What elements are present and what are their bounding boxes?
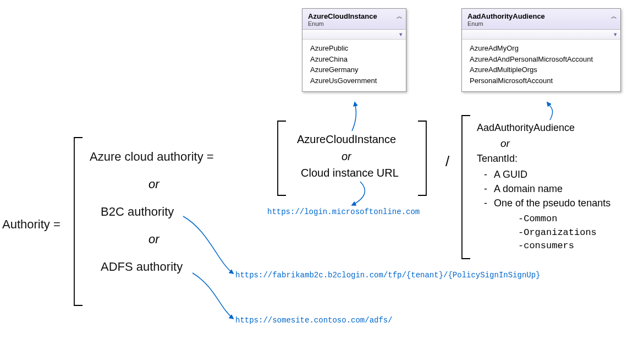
b2c-authority: B2C authority — [101, 205, 174, 219]
arrow-b2c — [183, 216, 233, 274]
chevron-up-icon: ︽ — [611, 12, 617, 20]
enum-filter-bar: ▾ — [462, 30, 620, 40]
list-item: -Common — [518, 212, 597, 226]
list-item: -consumers — [518, 239, 597, 253]
enum-aadauthorityaudience: AadAuthorityAudience Enum ︽ ▾ AzureAdMyO… — [461, 8, 621, 92]
list-text: Common — [524, 214, 557, 224]
enum-item: AzureAdMyOrg — [470, 43, 615, 54]
bracket-left-right — [462, 116, 470, 259]
pseudo-tenant-list: -Common -Organizations -consumers — [518, 212, 597, 253]
filter-icon: ▾ — [399, 31, 403, 38]
azure-cloud-authority-equals: Azure cloud authority = — [90, 150, 214, 164]
list-text: A domain name — [494, 183, 563, 194]
list-text: A GUID — [494, 169, 527, 180]
bracket-left-middle — [278, 121, 286, 195]
enum-item: AzurePublic — [310, 43, 400, 54]
arrow-aadauthorityaudience — [547, 102, 553, 120]
enum-item: AzureAdMultipleOrgs — [470, 64, 615, 75]
list-text: Organizations — [524, 227, 597, 238]
arrow-azurecloudinstance — [352, 102, 356, 131]
enum-header: AzureCloudInstance Enum ︽ — [302, 9, 406, 30]
filter-icon: ▾ — [614, 31, 617, 38]
list-text: One of the pseudo tenants — [494, 198, 610, 209]
list-item: -A domain name — [484, 182, 610, 196]
arrow-cloud-url — [352, 182, 365, 205]
bracket-right-middle — [418, 121, 426, 195]
tenant-list: -A GUID -A domain name -One of the pseud… — [484, 167, 610, 210]
azurecloudinstance-label: AzureCloudInstance — [297, 133, 396, 146]
enum-item: AzureAdAndPersonalMicrosoftAccount — [470, 54, 615, 65]
chevron-up-icon: ︽ — [397, 12, 403, 20]
enum-header: AadAuthorityAudience Enum ︽ — [462, 9, 620, 30]
enum-body: AzurePublic AzureChina AzureGermany Azur… — [302, 40, 406, 91]
or-label: or — [500, 138, 510, 150]
enum-item: AzureChina — [310, 54, 400, 65]
arrow-adfs — [192, 273, 233, 319]
enum-filter-bar: ▾ — [302, 30, 406, 40]
tenantid-label: TenantId: — [477, 153, 518, 165]
enum-title: AzureCloudInstance — [308, 12, 401, 20]
enum-item: AzureGermany — [310, 64, 400, 75]
login-url: https://login.microsoftonline.com — [267, 207, 420, 216]
aadauthorityaudience-label: AadAuthorityAudience — [477, 122, 575, 134]
adfs-url: https://somesite.contoso.com/adfs/ — [235, 316, 393, 325]
slash: / — [445, 153, 449, 170]
adfs-authority: ADFS authority — [101, 260, 183, 274]
enum-subtitle: Enum — [467, 20, 616, 27]
or-label: or — [148, 232, 159, 247]
list-item: -One of the pseudo tenants — [484, 196, 610, 210]
list-item: -A GUID — [484, 167, 610, 182]
cloud-instance-url-label: Cloud instance URL — [301, 167, 399, 179]
bracket-left-main — [74, 138, 82, 305]
enum-azurecloudinstance: AzureCloudInstance Enum ︽ ▾ AzurePublic … — [302, 8, 406, 92]
or-label: or — [148, 177, 159, 192]
or-label: or — [342, 150, 351, 163]
list-text: consumers — [524, 240, 574, 251]
enum-title: AadAuthorityAudience — [467, 12, 616, 20]
enum-item: AzureUsGovernment — [310, 75, 400, 86]
authority-equals: Authority = — [2, 217, 60, 232]
enum-item: PersonalMicrosoftAccount — [470, 75, 615, 86]
list-item: -Organizations — [518, 226, 597, 240]
enum-subtitle: Enum — [308, 20, 401, 27]
b2c-url: https://fabrikamb2c.b2clogin.com/tfp/{te… — [235, 271, 541, 280]
enum-body: AzureAdMyOrg AzureAdAndPersonalMicrosoft… — [462, 40, 620, 91]
